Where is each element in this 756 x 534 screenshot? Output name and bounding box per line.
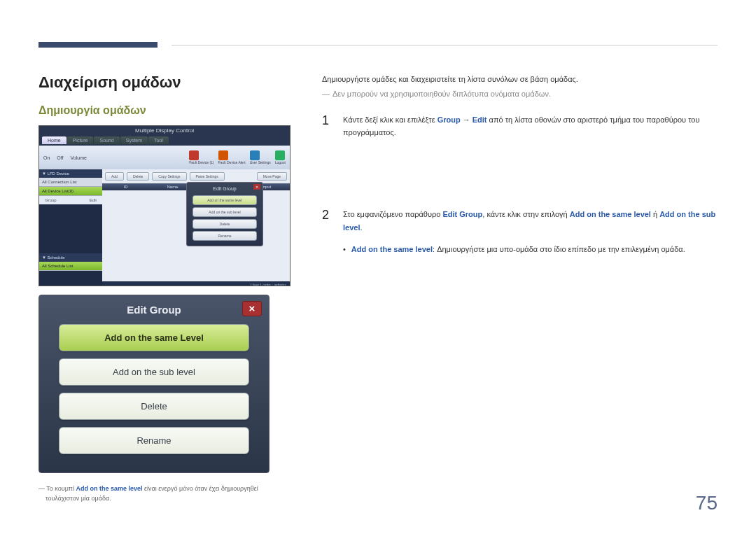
popup-opt-same-level[interactable]: Add on the same level (192, 195, 257, 205)
edit-group-dialog: Edit Group × Add on the same Level Add o… (38, 295, 270, 473)
toolbar-on[interactable]: On (43, 155, 50, 160)
step-2-number: 2 (322, 208, 333, 256)
step2-mid2: ή (651, 210, 659, 218)
edit-group-popup-small: Edit Group × Add on the same level Add o… (186, 182, 263, 246)
btn-move-page[interactable]: Move Page (257, 172, 287, 181)
step2-kw-editgroup: Edit Group (442, 210, 482, 218)
tab-system[interactable]: System (120, 136, 148, 144)
tab-home[interactable]: Home (42, 136, 66, 144)
app-toolbar: On Off Volume Fault Device (1) Fault Dev… (39, 146, 290, 169)
sidebar-device-list[interactable]: All Device List(0) (39, 187, 102, 196)
dialog-title: Edit Group (45, 300, 263, 324)
btn-paste[interactable]: Paste Settings (190, 172, 225, 181)
sidebar-schedule-header[interactable]: ▼ Schedule (39, 253, 102, 262)
step2-kw-samelevel: Add on the same level (570, 210, 651, 218)
toolbar-volume[interactable]: Volume (71, 155, 87, 160)
intro-text: Δημιουργήστε ομάδες και διαχειριστείτε τ… (322, 73, 718, 85)
step2-pre: Στο εμφανιζόμενο παράθυρο (343, 210, 442, 218)
fault-device-label: Fault Device (1) (189, 160, 214, 164)
logout-icon[interactable] (275, 150, 285, 160)
popup-opt-delete[interactable]: Delete (192, 219, 257, 229)
step-1-number: 1 (322, 113, 333, 139)
step2-post: . (360, 223, 362, 232)
step2-mid1: , κάντε κλικ στην επιλογή (482, 210, 570, 218)
dialog-btn-rename[interactable]: Rename (59, 427, 249, 454)
app-screenshot: Multiple Display Control Home Picture So… (38, 125, 290, 286)
popup-opt-rename[interactable]: Rename (192, 231, 257, 241)
note-body: Δεν μπορούν να χρησιμοποιηθούν διπλότυπα… (332, 90, 551, 98)
step-1-body: Κάντε δεξί κλικ και επιλέξτε Group → Edi… (343, 113, 718, 139)
step-2-body: Στο εμφανιζόμενο παράθυρο Edit Group, κά… (343, 208, 718, 256)
bullet-dot-icon: • (343, 244, 346, 256)
fault-alert-icon[interactable] (218, 150, 228, 160)
fault-alert-label: Fault Device Alert (218, 160, 246, 164)
dialog-btn-delete[interactable]: Delete (59, 393, 249, 420)
step1-arrow: → (461, 115, 472, 124)
page-heading: Διαχείριση ομάδων (38, 73, 290, 92)
step2-bullet: • Add on the same level: Δημιουργήστε μι… (343, 244, 718, 256)
tab-sound[interactable]: Sound (94, 136, 119, 144)
sidebar-lfd-header[interactable]: ▼ LFD Device (39, 169, 102, 178)
app-tabs: Home Picture Sound System Tool (39, 135, 290, 146)
app-sidebar: ▼ LFD Device All Connection List All Dev… (39, 169, 102, 286)
sidebar-group-label: Group (45, 198, 57, 202)
dialog-btn-same-level[interactable]: Add on the same Level (59, 324, 249, 351)
page-number: 75 (696, 492, 718, 514)
dialog-btn-sub-level[interactable]: Add on the sub level (59, 358, 249, 386)
app-window-title: Multiple Display Control (39, 126, 290, 135)
app-footer: User Login : admin (102, 281, 290, 286)
dialog-close-icon[interactable]: × (242, 301, 262, 316)
btn-delete[interactable]: Delete (127, 172, 149, 181)
popup-opt-sub-level[interactable]: Add on the sub level (192, 207, 257, 217)
step1-pre: Κάντε δεξί κλικ και επιλέξτε (343, 115, 438, 124)
toolbar-off[interactable]: Off (57, 155, 63, 160)
note-text: ―Δεν μπορούν να χρησιμοποιηθούν διπλότυπ… (322, 90, 718, 98)
footnote-keyword: Add on the same level (76, 485, 143, 492)
step1-kw-group: Group (438, 115, 461, 124)
logout-label: Logout (275, 160, 286, 164)
app-main-area: Add Delete Copy Settings Paste Settings … (102, 169, 290, 286)
bullet-kw: Add on the same level (351, 245, 433, 253)
note-dash: ― (322, 90, 330, 98)
sidebar-group-edit[interactable]: Edit (90, 198, 97, 202)
sidebar-schedule-list[interactable]: All Schedule List (39, 262, 102, 271)
btn-add[interactable]: Add (105, 172, 124, 181)
popup-close-icon[interactable]: × (253, 184, 260, 190)
sidebar-group-row[interactable]: Group Edit (39, 196, 102, 204)
footnote: ― Το κουμπί Add on the same level είναι … (38, 484, 290, 503)
popup-title: Edit Group (190, 185, 260, 193)
btn-copy[interactable]: Copy Settings (152, 172, 186, 181)
step-1: 1 Κάντε δεξί κλικ και επιλέξτε Group → E… (322, 113, 718, 139)
step-2: 2 Στο εμφανιζόμενο παράθυρο Edit Group, … (322, 208, 718, 256)
bullet-text: : Δημιουργήστε μια υπο-ομάδα στο ίδιο επ… (433, 245, 685, 253)
fault-device-icon[interactable] (189, 150, 199, 160)
header-rule (172, 45, 718, 45)
col-id: ID (102, 183, 149, 190)
header-accent-bar (38, 42, 158, 48)
tab-tool[interactable]: Tool (148, 136, 169, 144)
sidebar-connection-list[interactable]: All Connection List (39, 178, 102, 187)
step1-kw-edit: Edit (472, 115, 487, 124)
footnote-prefix: ― Το κουμπί (38, 485, 76, 492)
user-settings-icon[interactable] (250, 150, 260, 160)
tab-picture[interactable]: Picture (67, 136, 94, 144)
page-subheading: Δημιουργία ομάδων (38, 104, 290, 117)
user-settings-label: User Settings (250, 160, 271, 164)
